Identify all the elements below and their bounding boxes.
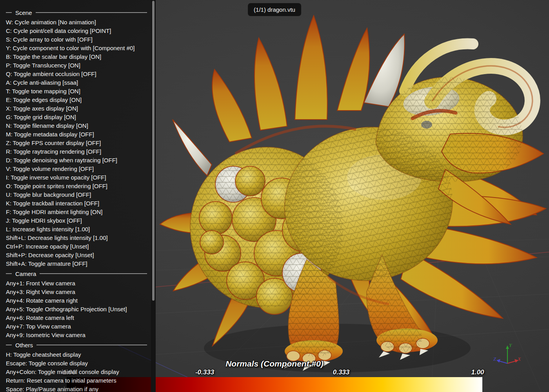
section-rule-right	[36, 345, 147, 345]
cheatsheet-item: Any+4: Rotate camera right	[6, 296, 147, 305]
section-rule-left	[6, 273, 12, 274]
scrollbar-thumb[interactable]	[152, 1, 155, 301]
section-title: Others	[15, 342, 33, 348]
cheatsheet-item: N: Toggle filename display [ON]	[6, 122, 147, 130]
section-header-camera: Camera	[6, 269, 147, 278]
cheatsheet-item: L: Increase lights intensity [1.00]	[6, 225, 147, 234]
section-title: Camera	[15, 270, 36, 277]
cheatsheet-item: E: Toggle edges display [ON]	[6, 96, 147, 104]
axes-widget: Y X Z	[493, 342, 521, 363]
cheatsheet-item: K: Toggle trackball interaction [OFF]	[6, 199, 147, 208]
cheatsheet-item: Any+5: Toggle Orthographic Projection [U…	[6, 305, 147, 314]
cheatsheet-item: Any+6: Rotate camera left	[6, 314, 147, 322]
cheatsheet-item: Shift+A: Toggle armature [OFF]	[6, 260, 147, 268]
cheatsheet-item: G: Toggle grid display [ON]	[6, 113, 147, 122]
scalar-bar-title: Normals (Component #0)	[225, 359, 324, 368]
axis-label-y: Y	[509, 342, 513, 348]
section-rule-left	[6, 345, 12, 345]
cheatsheet-item: D: Toggle denoising when raytracing [OFF…	[6, 156, 147, 165]
cheatsheet-item: Ctrl+P: Increase opacity [Unset]	[6, 242, 147, 251]
cheatsheet-item: Any+7: Top View camera	[6, 322, 147, 331]
cheatsheet-item: C: Cycle point/cell data coloring [POINT…	[6, 27, 147, 35]
cheatsheet-item: R: Toggle raytracing rendering [OFF]	[6, 147, 147, 156]
scalar-bar-tick: 0.333	[333, 368, 350, 376]
cheatsheet-item: U: Toggle blur background [OFF]	[6, 191, 147, 199]
section-rule-right	[40, 273, 147, 274]
cheatsheet-panel: Scene W: Cycle animation [No animation] …	[0, 0, 151, 392]
cheatsheet-item: Z: Toggle FPS counter display [OFF]	[6, 139, 147, 147]
cheatsheet-item: H: Toggle cheatsheet display	[6, 350, 147, 359]
scalar-bar-tick: -0.333	[195, 368, 214, 376]
cheatsheet-item: S: Cycle array to color with [OFF]	[6, 35, 147, 44]
cheatsheet-item: T: Toggle tone mapping [ON]	[6, 87, 147, 96]
cheatsheet-item: Space: Play/Pause animation if any	[6, 385, 147, 392]
cheatsheet-item: Shift+P: Decrease opacity [Unset]	[6, 251, 147, 260]
section-rule-right	[36, 12, 147, 13]
cheatsheet-item: I: Toggle inverse volume opacity [OFF]	[6, 173, 147, 182]
section-rule-left	[6, 12, 12, 13]
cheatsheet-item: Any+9: Isometric View camera	[6, 331, 147, 339]
cheatsheet-item: Q: Toggle ambient occlusion [OFF]	[6, 70, 147, 78]
dragon-model	[160, 16, 546, 371]
cheatsheet-item: A: Cycle anti-aliasing [ssaa]	[6, 78, 147, 87]
cheatsheet-item: X: Toggle axes display [ON]	[6, 104, 147, 113]
axis-label-x: X	[517, 356, 521, 362]
axis-label-z: Z	[493, 356, 496, 362]
cheatsheet-item: V: Toggle volume rendering [OFF]	[6, 165, 147, 173]
cheatsheet-item: W: Cycle animation [No animation]	[6, 18, 147, 27]
cheatsheet-item: Return: Reset camera to initial paramete…	[6, 376, 147, 385]
filename-display: (1/1) dragon.vtu	[248, 3, 301, 16]
cheatsheet-item: Any+Colon: Toggle minimal console displa…	[6, 368, 147, 376]
cheatsheet-item: J: Toggle HDRI skybox [OFF]	[6, 216, 147, 225]
cheatsheet-item: Shift+L: Decrease lights intensity [1.00…	[6, 234, 147, 242]
cheatsheet-item: F: Toggle HDRI ambient lighting [ON]	[6, 208, 147, 216]
cheatsheet-item: Any+1: Front View camera	[6, 279, 147, 288]
section-header-others: Others	[6, 341, 147, 349]
section-header-scene: Scene	[6, 8, 147, 17]
scalar-bar-tick: 1.00	[471, 368, 484, 376]
cheatsheet-item: O: Toggle point sprites rendering [OFF]	[6, 182, 147, 191]
cheatsheet-item: B: Toggle the scalar bar display [ON]	[6, 53, 147, 61]
cheatsheet-item: M: Toggle metadata display [OFF]	[6, 130, 147, 139]
cheatsheet-item: Y: Cycle component to color with [Compon…	[6, 44, 147, 53]
cheatsheet-item: P: Toggle Translucency [ON]	[6, 61, 147, 70]
cheatsheet-item: Escape: Toggle console display	[6, 359, 147, 368]
cheatsheet-item: Any+3: Right View camera	[6, 288, 147, 296]
section-title: Scene	[15, 9, 32, 16]
cheatsheet-scrollbar[interactable]	[151, 0, 156, 392]
